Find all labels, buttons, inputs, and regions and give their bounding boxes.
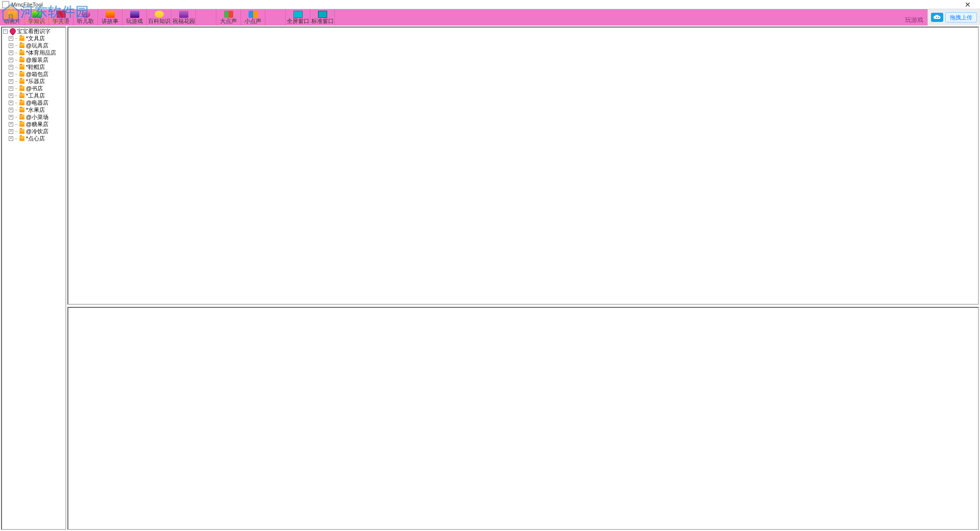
- tree-item[interactable]: +··@箱包店: [2, 70, 65, 78]
- wiki-label: 百科知识: [148, 18, 170, 24]
- fullscreen-icon: [293, 11, 303, 18]
- expand-icon[interactable]: +: [9, 58, 13, 62]
- tree-item-label: *点心店: [26, 135, 45, 142]
- expand-icon[interactable]: +: [9, 93, 13, 98]
- toolbar: 动画片学知识学英语听儿歌讲故事玩游戏百科知识祝福花园 大点声小点声 全屏窗口标准…: [0, 9, 980, 26]
- cartoon-icon: [8, 11, 17, 18]
- toolbar-btn-wiki[interactable]: 百科知识: [147, 9, 172, 26]
- tree-item[interactable]: +··@冷饮店: [2, 128, 65, 135]
- quieter-icon: [249, 11, 258, 18]
- upload-label: 拖拽上传: [950, 14, 972, 21]
- toolbar-group-window: 全屏窗口标准窗口: [286, 9, 335, 26]
- story-icon: [106, 11, 115, 18]
- rose-icon: [10, 28, 16, 34]
- main-area: − 宝宝看图识字 +··*文具店+··@玩具店+··*体育用品店+··@服装店+…: [0, 26, 980, 531]
- toolbar-btn-fullscreen[interactable]: 全屏窗口: [286, 9, 310, 26]
- window-title: MmcFileTool: [11, 2, 958, 8]
- tree-item[interactable]: +··*体育用品店: [2, 49, 65, 56]
- tree-root-label: 宝宝看图识字: [17, 28, 51, 35]
- tree-item[interactable]: +··*乐器店: [2, 78, 65, 85]
- tree-item-label: @电器店: [26, 99, 48, 107]
- game-label: 玩游戏: [126, 18, 143, 24]
- expand-icon[interactable]: +: [9, 86, 13, 91]
- toolbar-btn-louder[interactable]: 大点声: [216, 9, 241, 26]
- game-icon: [130, 11, 139, 18]
- app-icon: [2, 1, 9, 8]
- tree-item-label: @箱包店: [26, 70, 48, 78]
- tree-panel[interactable]: − 宝宝看图识字 +··*文具店+··@玩具店+··*体育用品店+··@服装店+…: [1, 27, 66, 530]
- tree-item[interactable]: +··*水果店: [2, 106, 65, 113]
- fullscreen-label: 全屏窗口: [287, 18, 309, 24]
- tree-item[interactable]: +··@小菜场: [2, 113, 65, 120]
- tree-item-label: *体育用品店: [26, 49, 56, 57]
- expand-icon[interactable]: +: [9, 115, 13, 119]
- expand-icon[interactable]: +: [9, 136, 13, 141]
- expand-icon[interactable]: +: [9, 79, 13, 84]
- cartoon-label: 动画片: [4, 18, 20, 24]
- toolbar-btn-stdwindow[interactable]: 标准窗口: [310, 9, 335, 26]
- expand-icon[interactable]: +: [9, 122, 13, 127]
- wiki-icon: [155, 11, 164, 18]
- toolbar-btn-story[interactable]: 讲故事: [98, 9, 122, 26]
- expand-icon[interactable]: +: [9, 43, 13, 48]
- folder-icon: [19, 135, 25, 141]
- close-button[interactable]: ✕: [958, 1, 978, 9]
- toolbar-btn-quieter[interactable]: 小点声: [241, 9, 265, 26]
- folder-icon: [19, 42, 25, 49]
- tree-item-label: *工具店: [26, 92, 45, 100]
- tree-item[interactable]: +··@糖果店: [2, 120, 65, 128]
- story-label: 讲故事: [102, 18, 118, 24]
- bless-icon: [179, 11, 188, 18]
- folder-icon: [19, 57, 25, 63]
- toolbar-btn-songs[interactable]: 听儿歌: [74, 9, 98, 26]
- folder-icon: [19, 71, 25, 77]
- titlebar: MmcFileTool ✕: [0, 0, 980, 9]
- tree-item[interactable]: +··@电器店: [2, 99, 65, 106]
- expand-icon[interactable]: +: [9, 108, 13, 112]
- bless-label: 祝福花园: [173, 18, 195, 24]
- stdwindow-label: 标准窗口: [311, 18, 334, 24]
- tree-item[interactable]: +··@书店: [2, 85, 65, 92]
- louder-label: 大点声: [220, 18, 237, 24]
- expand-icon[interactable]: +: [9, 51, 13, 55]
- expand-icon[interactable]: +: [9, 65, 13, 69]
- toolbar-status-area: 玩游戏: [335, 9, 927, 26]
- tree-item-label: @服装店: [26, 56, 48, 64]
- tree-item-label: *鞋帽店: [26, 63, 45, 71]
- folder-icon: [19, 114, 25, 120]
- content-column: [67, 27, 979, 530]
- svg-point-1: [936, 17, 937, 18]
- folder-icon: [19, 92, 25, 99]
- folder-icon: [19, 121, 25, 127]
- tree-item[interactable]: +··*鞋帽店: [2, 63, 65, 70]
- expand-icon[interactable]: +: [9, 129, 13, 134]
- tree-item[interactable]: +··*文具店: [2, 35, 65, 42]
- tree-item-label: @玩具店: [26, 42, 48, 50]
- toolbar-btn-bless[interactable]: 祝福花园: [172, 9, 196, 26]
- tree-item[interactable]: +··*点心店: [2, 135, 65, 142]
- expand-icon[interactable]: +: [9, 36, 13, 41]
- content-pane-lower[interactable]: [67, 307, 979, 530]
- english-icon: [57, 11, 66, 18]
- tree-item[interactable]: +··*工具店: [2, 92, 65, 99]
- folder-icon: [19, 50, 25, 56]
- collapse-icon[interactable]: −: [3, 29, 8, 34]
- toolbar-group-volume: 大点声小点声: [216, 9, 265, 26]
- toolbar-btn-game[interactable]: 玩游戏: [122, 9, 147, 26]
- tree-item[interactable]: +··@玩具店: [2, 42, 65, 49]
- content-pane-upper[interactable]: [67, 27, 979, 305]
- quieter-label: 小点声: [244, 18, 261, 24]
- watermark-url: www.pc0359.cn: [22, 17, 65, 25]
- tree-item-label: @糖果店: [26, 120, 48, 128]
- expand-icon[interactable]: +: [9, 101, 13, 105]
- toolbar-btn-cartoon[interactable]: 动画片: [0, 9, 24, 26]
- expand-icon[interactable]: +: [9, 72, 13, 77]
- tree-item-label: *文具店: [26, 35, 45, 42]
- tree-root[interactable]: − 宝宝看图识字: [2, 28, 65, 35]
- svg-point-0: [938, 17, 939, 18]
- folder-icon: [19, 64, 25, 70]
- drag-upload-button[interactable]: 拖拽上传: [945, 12, 977, 22]
- tree-item[interactable]: +··@服装店: [2, 56, 65, 63]
- folder-icon: [19, 128, 25, 134]
- knowledge-icon: [32, 11, 41, 18]
